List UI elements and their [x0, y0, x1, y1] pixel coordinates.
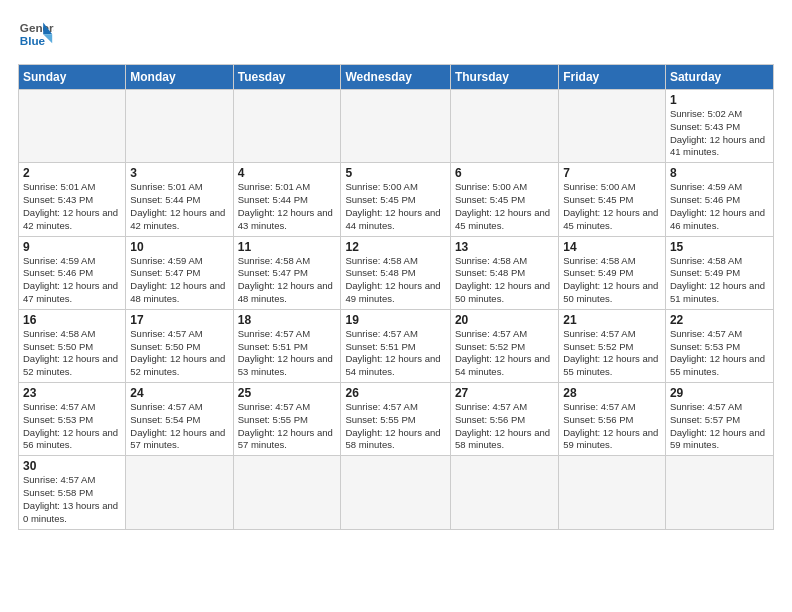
day-info: Sunrise: 5:01 AM Sunset: 5:44 PM Dayligh…	[238, 181, 337, 232]
day-info: Sunrise: 5:02 AM Sunset: 5:43 PM Dayligh…	[670, 108, 769, 159]
calendar-cell: 18Sunrise: 4:57 AM Sunset: 5:51 PM Dayli…	[233, 309, 341, 382]
day-info: Sunrise: 4:58 AM Sunset: 5:49 PM Dayligh…	[670, 255, 769, 306]
day-number: 29	[670, 386, 769, 400]
day-number: 16	[23, 313, 121, 327]
calendar-cell: 14Sunrise: 4:58 AM Sunset: 5:49 PM Dayli…	[559, 236, 666, 309]
calendar-cell: 13Sunrise: 4:58 AM Sunset: 5:48 PM Dayli…	[450, 236, 558, 309]
weekday-header-wednesday: Wednesday	[341, 65, 450, 90]
calendar-cell	[126, 90, 233, 163]
day-info: Sunrise: 5:00 AM Sunset: 5:45 PM Dayligh…	[455, 181, 554, 232]
calendar-cell: 8Sunrise: 4:59 AM Sunset: 5:46 PM Daylig…	[665, 163, 773, 236]
day-info: Sunrise: 4:57 AM Sunset: 5:53 PM Dayligh…	[23, 401, 121, 452]
day-info: Sunrise: 4:57 AM Sunset: 5:57 PM Dayligh…	[670, 401, 769, 452]
day-number: 27	[455, 386, 554, 400]
day-number: 21	[563, 313, 661, 327]
day-info: Sunrise: 4:58 AM Sunset: 5:47 PM Dayligh…	[238, 255, 337, 306]
calendar-cell: 16Sunrise: 4:58 AM Sunset: 5:50 PM Dayli…	[19, 309, 126, 382]
day-number: 23	[23, 386, 121, 400]
logo: General Blue	[18, 18, 54, 54]
day-number: 24	[130, 386, 228, 400]
day-number: 4	[238, 166, 337, 180]
calendar-cell: 4Sunrise: 5:01 AM Sunset: 5:44 PM Daylig…	[233, 163, 341, 236]
weekday-header-friday: Friday	[559, 65, 666, 90]
day-info: Sunrise: 5:01 AM Sunset: 5:43 PM Dayligh…	[23, 181, 121, 232]
day-info: Sunrise: 4:57 AM Sunset: 5:55 PM Dayligh…	[345, 401, 445, 452]
day-info: Sunrise: 4:57 AM Sunset: 5:56 PM Dayligh…	[563, 401, 661, 452]
calendar-cell: 21Sunrise: 4:57 AM Sunset: 5:52 PM Dayli…	[559, 309, 666, 382]
calendar-cell: 3Sunrise: 5:01 AM Sunset: 5:44 PM Daylig…	[126, 163, 233, 236]
calendar-cell	[450, 90, 558, 163]
day-number: 12	[345, 240, 445, 254]
day-info: Sunrise: 4:59 AM Sunset: 5:46 PM Dayligh…	[23, 255, 121, 306]
calendar-cell: 22Sunrise: 4:57 AM Sunset: 5:53 PM Dayli…	[665, 309, 773, 382]
calendar-cell	[450, 456, 558, 529]
day-info: Sunrise: 4:57 AM Sunset: 5:51 PM Dayligh…	[345, 328, 445, 379]
svg-text:Blue: Blue	[20, 34, 46, 47]
day-info: Sunrise: 4:59 AM Sunset: 5:47 PM Dayligh…	[130, 255, 228, 306]
calendar-cell: 23Sunrise: 4:57 AM Sunset: 5:53 PM Dayli…	[19, 383, 126, 456]
day-number: 20	[455, 313, 554, 327]
day-info: Sunrise: 4:58 AM Sunset: 5:48 PM Dayligh…	[455, 255, 554, 306]
day-info: Sunrise: 4:59 AM Sunset: 5:46 PM Dayligh…	[670, 181, 769, 232]
day-info: Sunrise: 4:57 AM Sunset: 5:52 PM Dayligh…	[455, 328, 554, 379]
day-number: 1	[670, 93, 769, 107]
day-info: Sunrise: 4:57 AM Sunset: 5:58 PM Dayligh…	[23, 474, 121, 525]
day-info: Sunrise: 5:00 AM Sunset: 5:45 PM Dayligh…	[563, 181, 661, 232]
day-info: Sunrise: 4:57 AM Sunset: 5:50 PM Dayligh…	[130, 328, 228, 379]
day-number: 5	[345, 166, 445, 180]
weekday-header-sunday: Sunday	[19, 65, 126, 90]
calendar-cell: 5Sunrise: 5:00 AM Sunset: 5:45 PM Daylig…	[341, 163, 450, 236]
day-info: Sunrise: 4:57 AM Sunset: 5:54 PM Dayligh…	[130, 401, 228, 452]
logo-icon: General Blue	[18, 18, 54, 54]
day-number: 22	[670, 313, 769, 327]
day-info: Sunrise: 4:57 AM Sunset: 5:52 PM Dayligh…	[563, 328, 661, 379]
calendar-cell: 9Sunrise: 4:59 AM Sunset: 5:46 PM Daylig…	[19, 236, 126, 309]
day-number: 8	[670, 166, 769, 180]
day-number: 18	[238, 313, 337, 327]
calendar-cell	[559, 90, 666, 163]
calendar-cell	[341, 456, 450, 529]
calendar: SundayMondayTuesdayWednesdayThursdayFrid…	[18, 64, 774, 530]
weekday-header-thursday: Thursday	[450, 65, 558, 90]
page: General Blue SundayMondayTuesdayWednesda…	[0, 0, 792, 612]
day-info: Sunrise: 4:58 AM Sunset: 5:48 PM Dayligh…	[345, 255, 445, 306]
day-number: 28	[563, 386, 661, 400]
day-number: 14	[563, 240, 661, 254]
calendar-cell: 11Sunrise: 4:58 AM Sunset: 5:47 PM Dayli…	[233, 236, 341, 309]
header: General Blue	[18, 18, 774, 54]
day-number: 26	[345, 386, 445, 400]
day-info: Sunrise: 4:57 AM Sunset: 5:55 PM Dayligh…	[238, 401, 337, 452]
day-info: Sunrise: 4:57 AM Sunset: 5:53 PM Dayligh…	[670, 328, 769, 379]
weekday-header-saturday: Saturday	[665, 65, 773, 90]
calendar-cell: 6Sunrise: 5:00 AM Sunset: 5:45 PM Daylig…	[450, 163, 558, 236]
calendar-cell: 30Sunrise: 4:57 AM Sunset: 5:58 PM Dayli…	[19, 456, 126, 529]
day-number: 10	[130, 240, 228, 254]
calendar-cell: 12Sunrise: 4:58 AM Sunset: 5:48 PM Dayli…	[341, 236, 450, 309]
calendar-cell: 7Sunrise: 5:00 AM Sunset: 5:45 PM Daylig…	[559, 163, 666, 236]
calendar-cell	[19, 90, 126, 163]
day-info: Sunrise: 4:58 AM Sunset: 5:50 PM Dayligh…	[23, 328, 121, 379]
calendar-cell: 24Sunrise: 4:57 AM Sunset: 5:54 PM Dayli…	[126, 383, 233, 456]
calendar-cell	[233, 90, 341, 163]
calendar-cell: 29Sunrise: 4:57 AM Sunset: 5:57 PM Dayli…	[665, 383, 773, 456]
calendar-cell	[233, 456, 341, 529]
calendar-cell: 28Sunrise: 4:57 AM Sunset: 5:56 PM Dayli…	[559, 383, 666, 456]
calendar-cell: 19Sunrise: 4:57 AM Sunset: 5:51 PM Dayli…	[341, 309, 450, 382]
calendar-cell	[559, 456, 666, 529]
calendar-cell: 27Sunrise: 4:57 AM Sunset: 5:56 PM Dayli…	[450, 383, 558, 456]
calendar-cell	[126, 456, 233, 529]
day-number: 13	[455, 240, 554, 254]
calendar-cell: 25Sunrise: 4:57 AM Sunset: 5:55 PM Dayli…	[233, 383, 341, 456]
day-number: 9	[23, 240, 121, 254]
calendar-cell: 26Sunrise: 4:57 AM Sunset: 5:55 PM Dayli…	[341, 383, 450, 456]
day-number: 3	[130, 166, 228, 180]
calendar-cell: 2Sunrise: 5:01 AM Sunset: 5:43 PM Daylig…	[19, 163, 126, 236]
day-number: 11	[238, 240, 337, 254]
day-number: 17	[130, 313, 228, 327]
day-number: 30	[23, 459, 121, 473]
day-info: Sunrise: 5:01 AM Sunset: 5:44 PM Dayligh…	[130, 181, 228, 232]
calendar-cell: 15Sunrise: 4:58 AM Sunset: 5:49 PM Dayli…	[665, 236, 773, 309]
calendar-cell: 17Sunrise: 4:57 AM Sunset: 5:50 PM Dayli…	[126, 309, 233, 382]
day-number: 19	[345, 313, 445, 327]
day-info: Sunrise: 4:57 AM Sunset: 5:51 PM Dayligh…	[238, 328, 337, 379]
